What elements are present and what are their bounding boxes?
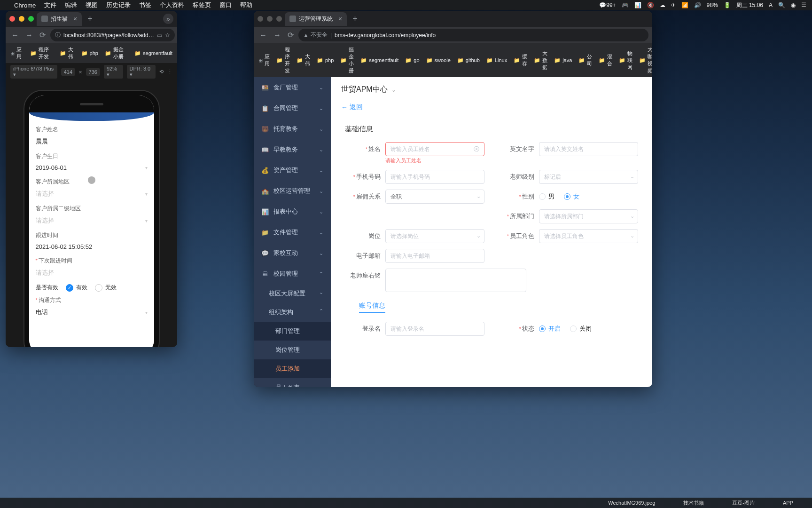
dock-item[interactable]: 技术书籍 [683, 500, 704, 507]
employ-select[interactable]: 全职 [385, 190, 484, 204]
maximize-window-icon[interactable] [28, 16, 34, 22]
next-follow-select[interactable]: 请选择 [36, 267, 148, 279]
bookmark-folder[interactable]: 📁掘金小册 [340, 46, 354, 74]
teacher-level-select[interactable]: 标记后 [539, 170, 638, 184]
bookmark-folder[interactable]: 📁程序开发 [276, 46, 290, 74]
email-input[interactable]: 请输入电子邮箱 [385, 249, 484, 263]
tray-icon[interactable]: 📊 [634, 2, 641, 8]
zoom-select[interactable]: 92% ▾ [104, 65, 123, 79]
sidebar-sub-bigscreen[interactable]: 校区大屏配置⌄ [254, 284, 331, 303]
input-icon[interactable]: A [769, 2, 773, 8]
bookmark-folder[interactable]: 📁swoole [426, 57, 451, 64]
bookmark-folder[interactable]: 📁php [81, 50, 98, 56]
star-icon[interactable]: ☆ [165, 32, 170, 39]
device-select[interactable]: iPhone 6/7/8 Plus ▾ [10, 65, 57, 79]
maximize-window-icon[interactable] [276, 16, 282, 22]
sidebar-sub-org[interactable]: 组织架构⌃ [254, 303, 331, 322]
bookmark-folder[interactable]: 📁github [457, 57, 480, 64]
address-bar[interactable]: ⓘ localhost:8083/#/pages/follow/add… ▭ ☆ [50, 29, 175, 41]
sidebar-item-file[interactable]: 📁文件管理 [254, 222, 331, 243]
dock-item[interactable]: WechatIMG969.jpeg [608, 500, 655, 506]
menu-file[interactable]: 文件 [44, 1, 56, 9]
sidebar-sub-add-employee[interactable]: 员工添加 [254, 359, 331, 378]
menu-edit[interactable]: 编辑 [65, 1, 77, 9]
back-link[interactable]: ← 返回 [331, 99, 652, 118]
datetime[interactable]: 周三 15:06 [736, 1, 763, 9]
sidebar-item-parent[interactable]: 💬家校互动 [254, 243, 331, 263]
breadcrumb-campus[interactable]: 世贸APM中心 [341, 85, 388, 95]
menu-history[interactable]: 历史记录 [106, 1, 131, 9]
rotate-icon[interactable]: ⟲ [159, 69, 164, 75]
insecure-icon[interactable]: ▲ 不安全 [303, 31, 328, 39]
apps-shortcut[interactable]: ⊞应用 [258, 53, 270, 67]
browser-tab[interactable]: 招生猫 × [37, 12, 82, 26]
bookmark-folder[interactable]: 📁Linux [486, 57, 507, 64]
chevron-down-icon[interactable]: ⌄ [391, 87, 396, 93]
bookmark-folder[interactable]: 📁segmentfault [134, 50, 172, 56]
bookmark-folder[interactable]: 📁掘金小册 [105, 46, 128, 60]
tray-icon[interactable]: ✈ [671, 2, 676, 8]
bookmark-folder[interactable]: 📁java [554, 57, 572, 64]
sidebar-item-nursery[interactable]: 🐻托育教务 [254, 119, 331, 139]
wechat-icon[interactable]: 💬 99+ [599, 2, 616, 8]
sidebar-sub-position[interactable]: 岗位管理 [254, 341, 331, 359]
comm-select[interactable]: 电话▾ [36, 306, 148, 318]
back-icon[interactable]: ← [258, 29, 269, 41]
bookmark-folder[interactable]: 📁大数据 [534, 50, 547, 71]
back-icon[interactable]: ← [9, 29, 21, 41]
menu-view[interactable]: 视图 [86, 1, 98, 9]
bookmark-folder[interactable]: 📁公司 [578, 53, 592, 67]
sidebar-item-contract[interactable]: 📋合同管理 [254, 98, 331, 119]
dept-select[interactable]: 请选择所属部门 [539, 209, 638, 223]
login-input[interactable]: 请输入登录名 [385, 322, 484, 336]
region2-select[interactable]: 请选择▾ [36, 214, 148, 227]
close-tab-icon[interactable]: × [73, 15, 77, 23]
address-bar[interactable]: ▲ 不安全 | bms-dev.ganorglobal.com/employee… [298, 29, 648, 41]
control-center-icon[interactable]: ☰ [801, 2, 806, 8]
devices-icon[interactable]: ▭ [157, 32, 162, 39]
motto-textarea[interactable] [385, 269, 526, 292]
birthday-select[interactable]: 2019-06-01▾ [36, 162, 148, 173]
valid-yes-radio[interactable]: ✓有效 [66, 284, 87, 292]
valid-no-radio[interactable]: 无效 [95, 284, 117, 292]
apps-shortcut[interactable]: ⊞应用 [10, 46, 23, 60]
menu-window[interactable]: 窗口 [219, 1, 232, 9]
cloud-icon[interactable]: ☁ [660, 2, 665, 8]
bookmark-folder[interactable]: 📁segmentfault [360, 57, 398, 64]
menu-bookmarks[interactable]: 书签 [139, 1, 151, 9]
position-select[interactable]: 请选择岗位 [385, 229, 484, 243]
phone-input[interactable]: 请输入手机号码 [385, 170, 484, 184]
reload-icon[interactable]: ⟳ [38, 29, 47, 41]
bookmark-folder[interactable]: 📁php [317, 57, 334, 64]
tray-icon[interactable]: 🎮 [622, 2, 629, 8]
bookmark-folder[interactable]: 📁go [405, 57, 419, 64]
reload-icon[interactable]: ⟳ [286, 29, 296, 41]
close-tab-icon[interactable]: × [338, 15, 342, 23]
name-input[interactable]: 晨晨 [36, 135, 148, 148]
info-icon[interactable]: ⓘ [55, 31, 61, 39]
sidebar-item-earlyed[interactable]: 📖早教教务 [254, 139, 331, 160]
menu-profile[interactable]: 个人资料 [160, 1, 184, 9]
menu-help[interactable]: 帮助 [240, 1, 252, 9]
enname-input[interactable]: 请填入英文姓名 [539, 142, 638, 156]
bookmark-folder[interactable]: 📁混合 [599, 53, 612, 67]
sidebar-item-campus-ops[interactable]: 🏫校区运营管理 [254, 181, 331, 201]
wifi-icon[interactable]: 📶 [681, 2, 688, 8]
menu-tabs[interactable]: 标签页 [193, 1, 211, 9]
close-window-icon[interactable] [9, 16, 15, 22]
bookmark-folder[interactable]: 📁物联网 [619, 50, 632, 71]
sidebar-item-asset[interactable]: 💰资产管理 [254, 160, 331, 181]
sidebar-sub-dept[interactable]: 部门管理 [254, 322, 331, 341]
forward-icon[interactable]: → [23, 29, 35, 41]
sidebar-sub-employee-list[interactable]: 员工列表 [254, 378, 331, 387]
gender-male-radio[interactable]: 男 [539, 192, 554, 201]
tray-icon[interactable]: 🔇 [647, 2, 654, 8]
minimize-window-icon[interactable] [19, 16, 24, 22]
forward-icon[interactable]: → [272, 29, 283, 41]
browser-tab[interactable]: 运营管理系统 × [285, 12, 347, 26]
sidebar-item-campus-mgmt[interactable]: 🏛校园管理⌃ [254, 263, 331, 284]
gender-female-radio[interactable]: 女 [564, 192, 579, 201]
siri-icon[interactable]: ◉ [791, 2, 796, 8]
new-tab-button[interactable]: + [350, 14, 360, 24]
role-select[interactable]: 请选择员工角色 [539, 229, 638, 243]
